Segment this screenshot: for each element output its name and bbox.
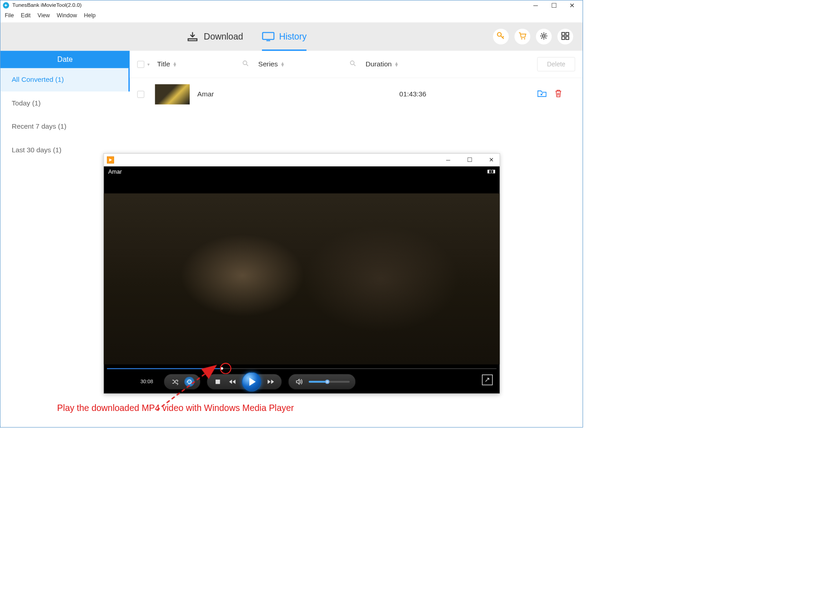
player-maximize-button[interactable]: ☐ <box>467 157 472 163</box>
shuffle-button[interactable] <box>170 377 180 387</box>
svg-rect-11 <box>216 380 220 384</box>
menubar: File Edit View Window Help <box>0 10 583 22</box>
tab-history[interactable]: History <box>262 22 307 50</box>
annotation-caption: Play the downloaded MP4 video with Windo… <box>57 403 294 413</box>
row-title: Amar <box>197 90 399 98</box>
settings-button[interactable] <box>536 29 552 45</box>
volume-slider[interactable] <box>309 381 350 383</box>
sidebar-item-label: All Converted (1) <box>12 76 64 84</box>
maximize-button[interactable]: ☐ <box>551 3 557 8</box>
menu-window[interactable]: Window <box>57 12 77 19</box>
rewind-button[interactable] <box>227 377 237 387</box>
svg-rect-8 <box>566 37 568 40</box>
sidebar-item-all-converted[interactable]: All Converted (1) <box>0 68 130 91</box>
svg-point-3 <box>524 38 525 40</box>
fullscreen-button[interactable]: ↗ <box>482 375 493 386</box>
menu-help[interactable]: Help <box>84 12 96 19</box>
tab-download[interactable]: Download <box>187 22 243 50</box>
list-header: ▾ Title ▲▼ Series ▲▼ Duration ▲▼ Delete <box>130 51 583 78</box>
gear-icon <box>539 31 548 41</box>
wmp-logo-icon <box>107 156 114 163</box>
menu-view[interactable]: View <box>38 12 50 19</box>
svg-point-4 <box>543 35 545 37</box>
video-frame[interactable] <box>104 193 499 364</box>
volume-pod <box>288 374 356 390</box>
sort-icon[interactable]: ▲▼ <box>172 62 177 67</box>
app-title: TunesBank iMovieTool(2.0.0) <box>12 2 81 9</box>
svg-point-9 <box>243 61 246 65</box>
column-duration[interactable]: Duration <box>366 60 392 68</box>
svg-rect-7 <box>562 37 564 40</box>
download-icon <box>187 32 198 41</box>
tab-download-label: Download <box>204 31 243 41</box>
select-all-checkbox[interactable] <box>137 61 144 68</box>
player-minimize-button[interactable]: ─ <box>445 157 451 163</box>
list-row[interactable]: Amar 01:43:36 <box>130 78 583 111</box>
stop-button[interactable] <box>213 377 223 387</box>
sidebar-item-label: Today (1) <box>12 99 41 107</box>
sidebar-item-label: Recent 7 days (1) <box>12 122 67 130</box>
svg-rect-6 <box>566 32 568 35</box>
grid-button[interactable] <box>558 29 573 45</box>
window-controls: ─ ☐ ✕ <box>533 3 580 8</box>
tab-history-label: History <box>279 31 307 41</box>
player-video-title: Amar <box>108 169 122 175</box>
sort-icon[interactable]: ▲▼ <box>281 62 285 67</box>
transport-pod <box>207 374 282 390</box>
chevron-down-icon[interactable]: ▾ <box>147 62 150 67</box>
player-controls: 30:08 <box>104 373 499 391</box>
forward-button[interactable] <box>266 377 276 387</box>
video-thumbnail <box>155 84 190 104</box>
column-series[interactable]: Series <box>258 60 278 68</box>
grid-icon <box>561 32 569 41</box>
progress-bar[interactable] <box>107 368 496 370</box>
svg-point-10 <box>350 61 354 65</box>
sidebar-date-header: Date <box>0 51 130 68</box>
menu-edit[interactable]: Edit <box>21 12 31 19</box>
minimize-button[interactable]: ─ <box>533 3 538 8</box>
svg-rect-5 <box>562 32 564 35</box>
open-folder-button[interactable] <box>537 89 547 100</box>
time-elapsed: 30:08 <box>113 379 157 384</box>
cart-icon <box>518 31 527 41</box>
sidebar-item-today[interactable]: Today (1) <box>0 91 130 115</box>
media-player-window: ─ ☐ ✕ Amar ◧◨ 30:08 <box>104 153 500 394</box>
sort-icon[interactable]: ▲▼ <box>394 62 399 67</box>
row-duration: 01:43:36 <box>399 90 488 98</box>
menu-file[interactable]: File <box>5 12 14 19</box>
close-button[interactable]: ✕ <box>569 3 575 8</box>
player-titlebar: ─ ☐ ✕ <box>104 154 499 166</box>
key-button[interactable] <box>493 29 509 45</box>
app-logo-icon: ✦ <box>3 2 9 9</box>
svg-point-2 <box>521 38 523 40</box>
play-button[interactable] <box>242 372 262 391</box>
player-view-icon[interactable]: ◧◨ <box>487 169 495 174</box>
sidebar-item-label: Last 30 days (1) <box>12 146 61 154</box>
repeat-button[interactable] <box>184 377 194 387</box>
cart-button[interactable] <box>514 29 530 45</box>
volume-button[interactable] <box>294 377 304 387</box>
mode-pod <box>164 374 201 390</box>
player-close-button[interactable]: ✕ <box>488 157 494 163</box>
search-series-icon[interactable] <box>350 60 356 68</box>
search-title-icon[interactable] <box>242 60 249 68</box>
main-toolbar: Download History <box>0 22 583 50</box>
row-checkbox[interactable] <box>137 91 144 98</box>
player-body: Amar ◧◨ 30:08 <box>104 166 499 394</box>
history-icon <box>262 32 273 41</box>
column-title[interactable]: Title <box>157 60 170 68</box>
delete-row-button[interactable] <box>554 89 563 100</box>
delete-button[interactable]: Delete <box>537 57 575 71</box>
svg-rect-0 <box>263 32 274 39</box>
app-titlebar: ✦ TunesBank iMovieTool(2.0.0) ─ ☐ ✕ <box>0 0 583 10</box>
key-icon <box>497 31 505 41</box>
sidebar-item-recent-7-days[interactable]: Recent 7 days (1) <box>0 115 130 138</box>
